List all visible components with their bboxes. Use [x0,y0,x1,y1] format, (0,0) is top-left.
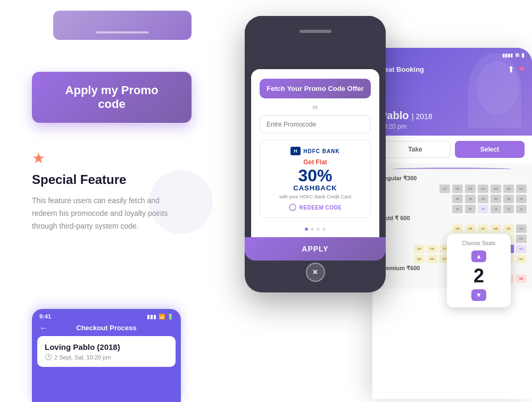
battery-icon: 🔋 [167,314,173,320]
seat-g-f8[interactable]: F8 [427,245,437,253]
hdfc-sub-text: with your HDFC Bank Credit Card [267,194,364,199]
status-icons: ▮▮▮ 📶 🔋 [147,314,173,320]
seat-35[interactable]: 35 [465,195,476,203]
wifi-icon-seat: ⋒ [515,52,519,58]
seat-g-h8[interactable]: H8 [465,224,476,233]
seat-g-h1[interactable]: H1 [516,224,527,233]
seat-h7[interactable]: H7 [439,185,450,193]
right-phone: ▮▮▮▮ ⋒ ▮ Seat Booking ⬆ ♥ Pablo | 2018 1… [372,48,532,399]
seat-title-bar: Seat Booking ⬆ ♥ [372,62,532,77]
hdfc-h-letter: H [294,148,297,154]
checkout-time: 9:41 [39,313,51,320]
close-modal-button[interactable]: × [306,263,325,282]
share-icon[interactable]: ⬆ [508,64,514,74]
redeem-row[interactable]: REDEEM CODE [267,204,364,211]
hdfc-get-flat-text: Get Flat [267,158,364,166]
seat-g-g1[interactable]: G1 [516,234,527,243]
dot-4 [322,228,326,231]
checkout-title: Checkout Process [76,324,136,332]
gold-category-label: Gold ₹ 600 [378,215,527,222]
signal-icon: ▮▮▮ [147,314,156,320]
seat-g-f1[interactable]: F1 [516,245,527,253]
dot-1 [305,228,308,231]
increment-seats-button[interactable]: ▲ [471,250,486,262]
movie-name: Pablo | 2018 [380,110,433,122]
checkout-movie-title: Loving Pablo (2018) [45,342,168,351]
seat-p-d1[interactable]: D1 [516,274,527,283]
seat-row-h: H7 H6 H5 H4 H3 H2 H1 [378,185,527,193]
seat-31[interactable]: 31 [516,195,527,203]
seat-status-icons: ▮▮▮▮ ⋒ ▮ [502,52,525,58]
star-icon: ★ [32,149,45,167]
dot-3 [317,228,320,231]
movie-info-block: Pablo | 2018 10:20 pm [380,110,433,130]
seat-i2[interactable]: I2 [503,205,514,213]
seat-g-h5[interactable]: H5 [503,224,514,233]
redeem-radio[interactable] [289,204,296,211]
seat-header: ▮▮▮▮ ⋒ ▮ Seat Booking ⬆ ♥ Pablo | 2018 1… [372,48,532,136]
seat-g-h6[interactable]: H6 [491,224,501,233]
seat-34[interactable]: 34 [478,195,488,203]
apply-button[interactable]: APPLY [245,237,386,261]
seat-33[interactable]: 33 [491,195,501,203]
seat-i5[interactable]: I5 [465,205,476,213]
modal-dots [260,223,371,235]
seat-i6[interactable]: I6 [452,205,463,213]
seat-g-h7[interactable]: H7 [478,224,488,233]
clock-icon: 🕐 [45,354,52,361]
or-divider: or [260,104,371,110]
seat-row-i: I6 I5 I4 I3 I2 I1 [378,205,527,213]
hdfc-logo-box: H [290,147,301,155]
take-button[interactable]: Take [380,141,451,158]
seat-status-bar: ▮▮▮▮ ⋒ ▮ [372,48,532,62]
seat-row-36: 36 35 34 33 32 31 [378,195,527,203]
seat-h6[interactable]: H6 [452,185,463,193]
seat-g-e1[interactable]: E1 [516,255,527,263]
seat-count-display: 2 [473,264,484,287]
seat-i4[interactable]: I4 [478,205,488,213]
checkout-status-bar: 9:41 ▮▮▮ 📶 🔋 [32,309,181,322]
seat-h2[interactable]: H2 [503,185,514,193]
seat-g-h9[interactable]: H9 [452,224,463,233]
select-button[interactable]: Select [455,141,525,158]
promo-code-input[interactable] [260,115,371,133]
seat-h5[interactable]: H5 [465,185,476,193]
seat-36[interactable]: 36 [452,195,463,203]
seat-g-e9[interactable]: E9 [414,255,425,263]
choose-seats-title: Choose Seats [455,240,502,246]
wifi-icon: 📶 [159,314,165,320]
special-feature-section: ★ Special Feature This feature users can… [32,149,170,232]
seat-h4[interactable]: H4 [478,185,488,193]
fetch-promo-button[interactable]: Fetch Your Promo Code Offer [260,79,371,98]
regular-category-label: Regular ₹300 [378,175,527,182]
redeem-code-text: REDEEM CODE [300,205,342,211]
checkout-nav: ← Checkout Process [32,322,181,336]
hdfc-percent-text: 30% [267,167,364,184]
seat-g-f9[interactable]: F9 [414,245,425,253]
seat-booking-title: Seat Booking [380,65,424,73]
decrement-seats-button[interactable]: ▼ [471,289,486,301]
seat-row-gold-h9: H9 H8 H7 H6 H5 H1 [378,224,527,233]
seat-h3[interactable]: H3 [491,185,501,193]
seat-32[interactable]: 32 [503,195,514,203]
back-arrow-icon[interactable]: ← [39,323,48,333]
heart-icon[interactable]: ♥ [520,64,525,74]
checkout-content: Loving Pablo (2018) 🕐 2 Sept, Sat, 10:20… [37,336,176,367]
phone-home-bar [96,31,149,34]
hdfc-cashback-text: CASHBACK [267,184,364,192]
movie-year: | 2018 [412,112,433,121]
top-phone-partial [53,11,192,40]
choose-seats-popup: Choose Seats ▲ 2 ▼ [447,234,511,307]
action-buttons: Take Select [372,136,532,163]
center-phone: Fetch Your Promo Code Offer or H HDFC BA… [245,16,386,292]
signal-bars: ▮▮▮▮ [502,53,513,58]
battery-seat: ▮ [521,52,525,58]
seat-g-e8[interactable]: E8 [427,255,437,263]
seat-i1[interactable]: I1 [516,205,527,213]
choose-seats-arrows: ▲ 2 ▼ [455,250,502,301]
seat-i3[interactable]: I3 [491,205,501,213]
hdfc-offer-card: H HDFC BANK Get Flat 30% CASHBACK with y… [260,140,371,218]
apply-promo-button[interactable]: Apply my Promo code [32,72,192,123]
checkout-phone: 9:41 ▮▮▮ 📶 🔋 ← Checkout Process Loving P… [32,309,181,402]
seat-h1[interactable]: H1 [516,185,527,193]
